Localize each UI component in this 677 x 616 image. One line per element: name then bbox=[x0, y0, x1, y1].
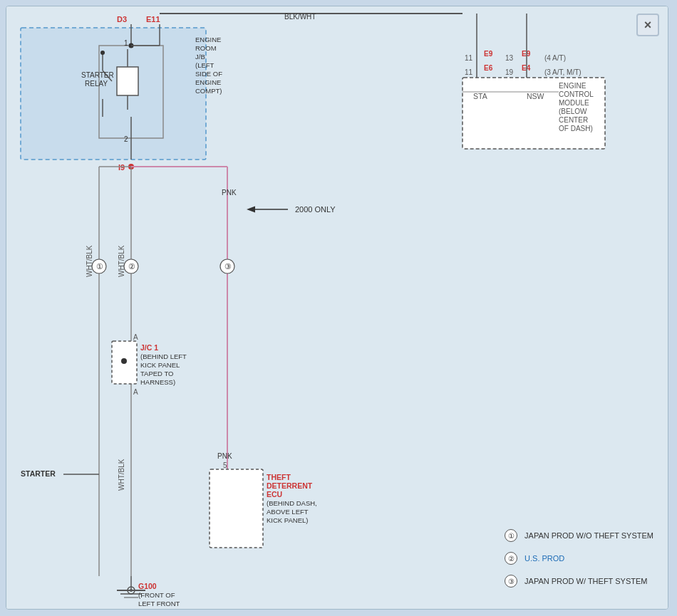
svg-text:PNK: PNK bbox=[217, 452, 232, 460]
svg-text:(LEFT: (LEFT bbox=[195, 61, 215, 69]
svg-text:CONTROL: CONTROL bbox=[559, 90, 594, 98]
svg-rect-4 bbox=[117, 67, 138, 95]
svg-text:KICK PANEL: KICK PANEL bbox=[140, 361, 180, 369]
svg-text:SIDE OF: SIDE OF bbox=[195, 70, 222, 78]
svg-text:MODULE: MODULE bbox=[559, 99, 589, 107]
svg-point-9 bbox=[100, 51, 105, 55]
svg-point-71 bbox=[130, 589, 133, 592]
svg-text:(4 A/T): (4 A/T) bbox=[544, 54, 566, 62]
svg-text:③: ③ bbox=[224, 262, 232, 271]
legend-item-2: ② U.S. PROD bbox=[505, 552, 653, 565]
svg-text:I9: I9 bbox=[118, 163, 125, 172]
svg-text:(BEHIND LEFT: (BEHIND LEFT bbox=[140, 353, 187, 360]
svg-text:WHT/BLK: WHT/BLK bbox=[86, 245, 93, 277]
svg-text:2000 ONLY: 2000 ONLY bbox=[295, 205, 336, 214]
svg-text:E9: E9 bbox=[484, 50, 493, 58]
svg-text:G100: G100 bbox=[138, 582, 157, 590]
svg-text:J/B: J/B bbox=[195, 53, 205, 61]
legend-item-3: ③ JAPAN PROD W/ THEFT SYSTEM bbox=[505, 575, 653, 588]
svg-text:ECU: ECU bbox=[267, 490, 282, 498]
svg-text:OF DASH): OF DASH) bbox=[559, 125, 593, 132]
svg-text:RELAY: RELAY bbox=[85, 80, 108, 88]
svg-text:ENGINE: ENGINE bbox=[195, 78, 221, 86]
svg-text:WHT/BLK: WHT/BLK bbox=[118, 459, 125, 491]
svg-text:A: A bbox=[133, 333, 138, 341]
svg-text:13: 13 bbox=[505, 54, 514, 62]
svg-rect-1 bbox=[21, 28, 206, 160]
svg-text:D3: D3 bbox=[117, 15, 127, 24]
legend-symbol-3: ③ bbox=[505, 575, 517, 588]
svg-text:①: ① bbox=[96, 262, 103, 271]
svg-text:PNK: PNK bbox=[222, 189, 237, 197]
svg-text:ENGINE: ENGINE bbox=[195, 36, 221, 43]
close-button[interactable]: × bbox=[636, 14, 659, 36]
main-container: × STARTER RELAY ENGINE ROOM J/B (LEFT SI… bbox=[6, 6, 668, 610]
svg-text:HARNESS): HARNESS) bbox=[140, 378, 175, 386]
svg-rect-57 bbox=[210, 469, 263, 548]
svg-text:THEFT: THEFT bbox=[267, 473, 291, 481]
legend-symbol-1: ① bbox=[505, 529, 517, 542]
legend: ① JAPAN PROD W/O THEFT SYSTEM ② U.S. PRO… bbox=[505, 529, 653, 588]
svg-text:BLK/WHT: BLK/WHT bbox=[284, 13, 316, 21]
svg-text:J/C 1: J/C 1 bbox=[140, 343, 158, 352]
legend-symbol-2: ② bbox=[505, 552, 517, 565]
legend-label-3: JAPAN PROD W/ THEFT SYSTEM bbox=[524, 577, 647, 585]
svg-text:FENDER): FENDER) bbox=[138, 608, 168, 610]
svg-text:11: 11 bbox=[465, 54, 473, 62]
svg-text:5: 5 bbox=[223, 461, 227, 469]
svg-text:ABOVE LEFT: ABOVE LEFT bbox=[267, 508, 309, 516]
svg-text:NSW: NSW bbox=[527, 92, 544, 100]
svg-text:A: A bbox=[133, 388, 138, 396]
svg-text:COMPT): COMPT) bbox=[195, 87, 222, 95]
svg-text:2: 2 bbox=[124, 135, 128, 143]
svg-text:STARTER: STARTER bbox=[21, 469, 56, 478]
svg-text:E6: E6 bbox=[484, 64, 493, 72]
legend-item-1: ① JAPAN PROD W/O THEFT SYSTEM bbox=[505, 529, 653, 542]
svg-text:11: 11 bbox=[465, 68, 473, 76]
wiring-diagram: STARTER RELAY ENGINE ROOM J/B (LEFT SIDE… bbox=[6, 6, 668, 610]
svg-point-49 bbox=[121, 358, 127, 364]
svg-text:19: 19 bbox=[505, 68, 514, 76]
svg-text:(FRONT OF: (FRONT OF bbox=[138, 591, 175, 599]
svg-text:STARTER: STARTER bbox=[81, 71, 114, 79]
svg-text:STA: STA bbox=[473, 92, 487, 100]
svg-text:CENTER: CENTER bbox=[559, 116, 588, 124]
svg-text:WHT/BLK: WHT/BLK bbox=[118, 245, 125, 277]
svg-text:DETERRENT: DETERRENT bbox=[267, 481, 313, 490]
legend-label-1: JAPAN PROD W/O THEFT SYSTEM bbox=[524, 531, 653, 540]
svg-text:②: ② bbox=[128, 262, 135, 271]
svg-text:E11: E11 bbox=[146, 15, 160, 24]
svg-text:(BELOW: (BELOW bbox=[559, 108, 587, 115]
svg-text:(BEHIND DASH,: (BEHIND DASH, bbox=[267, 499, 317, 507]
legend-label-2: U.S. PROD bbox=[524, 554, 564, 563]
svg-text:ROOM: ROOM bbox=[195, 44, 217, 52]
svg-text:TAPED TO: TAPED TO bbox=[140, 370, 173, 377]
svg-text:ENGINE: ENGINE bbox=[559, 82, 586, 90]
svg-text:KICK PANEL): KICK PANEL) bbox=[267, 516, 308, 524]
svg-text:(3 A/T, M/T): (3 A/T, M/T) bbox=[544, 68, 582, 76]
svg-text:LEFT FRONT: LEFT FRONT bbox=[138, 600, 180, 607]
svg-text:1: 1 bbox=[124, 39, 128, 47]
